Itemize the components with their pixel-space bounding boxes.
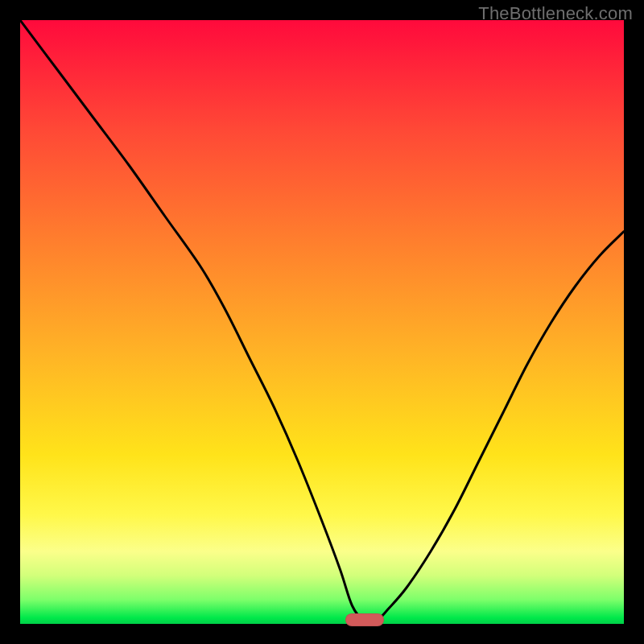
bottleneck-curve <box>20 20 624 624</box>
chart-frame: TheBottleneck.com <box>0 0 644 644</box>
plot-area <box>20 20 624 624</box>
optimal-marker <box>345 613 384 626</box>
watermark-text: TheBottleneck.com <box>478 3 633 24</box>
